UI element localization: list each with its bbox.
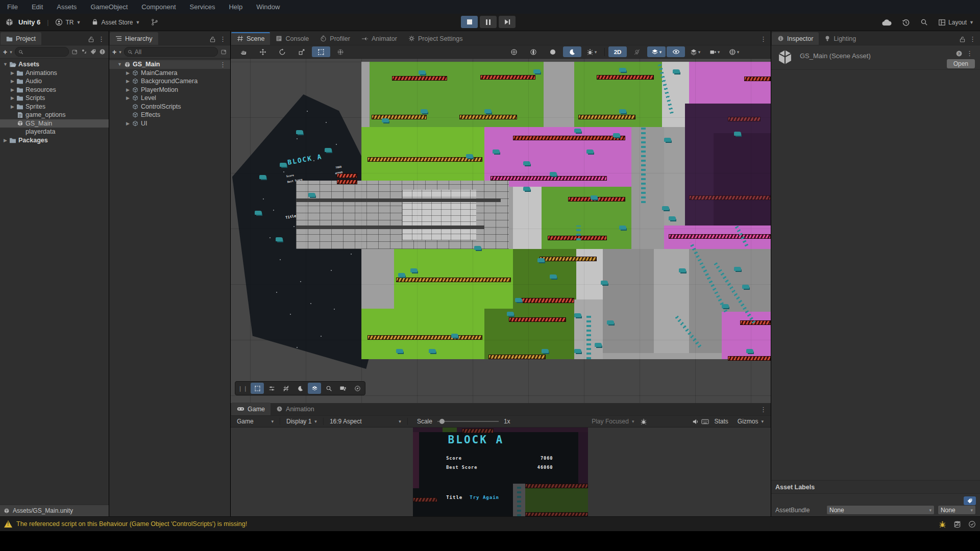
- overlay-camera-button[interactable]: [336, 383, 350, 394]
- tab-console[interactable]: Console: [270, 32, 314, 45]
- kebab-menu-icon[interactable]: ⋮: [760, 36, 767, 42]
- tree-item-game_options[interactable]: game_options: [0, 111, 109, 119]
- menu-item-component[interactable]: Component: [141, 3, 176, 11]
- tree-item-packages[interactable]: ▶Packages: [0, 136, 109, 145]
- hidden-count-icon[interactable]: [99, 48, 106, 55]
- hierarchy-search-input[interactable]: All: [124, 47, 218, 57]
- game-try-again-button[interactable]: Try Again: [470, 495, 499, 500]
- tree-item-scripts[interactable]: ▶Scripts: [0, 94, 109, 103]
- kebab-menu-icon[interactable]: ⋮: [760, 406, 767, 413]
- tree-item-sprites[interactable]: ▶Sprites: [0, 103, 109, 111]
- menu-item-gameobject[interactable]: GameObject: [90, 3, 128, 11]
- layout-dropdown[interactable]: Layout ▼: [938, 19, 974, 26]
- overlay-search-button[interactable]: [322, 383, 335, 394]
- project-search-input[interactable]: [15, 47, 69, 57]
- menu-item-file[interactable]: File: [7, 3, 18, 11]
- hierarchy-item-maincamera[interactable]: ▶MainCamera: [109, 69, 230, 78]
- overlay-orientation-button[interactable]: [351, 383, 364, 394]
- game-mode-dropdown[interactable]: Game▾: [233, 416, 278, 427]
- open-new-window-icon[interactable]: [220, 49, 227, 55]
- move-tool-button[interactable]: [254, 46, 272, 57]
- tab-profiler[interactable]: Profiler: [314, 32, 356, 45]
- version-control-icon[interactable]: [151, 18, 159, 26]
- transform-tool-button[interactable]: [331, 46, 350, 57]
- add-asset-button[interactable]: +: [3, 48, 7, 56]
- cache-server-icon[interactable]: [953, 520, 961, 528]
- lock-icon[interactable]: [960, 36, 965, 42]
- overlay-grid-button[interactable]: [279, 383, 292, 394]
- menu-item-services[interactable]: Services: [190, 3, 215, 11]
- gizmos-visibility-dropdown[interactable]: ▾: [725, 46, 743, 57]
- asset-label-tag-button[interactable]: [964, 496, 976, 505]
- play-button[interactable]: [461, 16, 478, 28]
- layers-dropdown[interactable]: ▾: [686, 46, 704, 57]
- overlay-tools-button[interactable]: [251, 383, 264, 394]
- tab-project[interactable]: Project: [1, 32, 41, 45]
- scene-view-eye-toggle[interactable]: [667, 46, 685, 57]
- tab-animator[interactable]: Animator: [356, 32, 403, 45]
- gizmos-dropdown[interactable]: Gizmos▾: [733, 416, 769, 427]
- scene-visibility-dropdown[interactable]: ▾: [647, 46, 666, 57]
- hierarchy-scene-root[interactable]: ▼GS_Main⋮: [109, 60, 230, 69]
- tree-item-assets[interactable]: ▼Assets: [0, 60, 109, 69]
- cloud-icon[interactable]: [882, 19, 892, 26]
- overlay-lighting-button[interactable]: [293, 383, 307, 394]
- kebab-menu-icon[interactable]: ⋮: [969, 36, 976, 42]
- shaded-wireframe-button[interactable]: [544, 46, 562, 57]
- play-focused-dropdown[interactable]: Play Focused▾: [587, 416, 638, 427]
- tab-scene[interactable]: Scene: [231, 32, 270, 45]
- create-object-button[interactable]: +: [112, 48, 116, 56]
- help-icon[interactable]: ?: [955, 50, 963, 57]
- tree-item-playerdata[interactable]: playerdata: [0, 128, 109, 136]
- mute-audio-icon[interactable]: [692, 418, 699, 425]
- shaded-mode-button[interactable]: [505, 46, 523, 57]
- tree-item-animations[interactable]: ▶Animations: [0, 69, 109, 78]
- tab-inspector[interactable]: Inspector: [772, 32, 819, 45]
- tab-game[interactable]: Game: [231, 403, 271, 415]
- wireframe-mode-button[interactable]: [524, 46, 543, 57]
- tree-item-gs_main[interactable]: GS_Main: [0, 119, 109, 128]
- open-scene-button[interactable]: Open: [947, 59, 975, 68]
- scene-viewport[interactable]: BLOCK A Score7060 Best Score46060 TitleT…: [231, 59, 771, 403]
- tab-project-settings[interactable]: Project Settings: [403, 32, 469, 45]
- step-button[interactable]: [499, 16, 516, 28]
- tab-lighting[interactable]: Lighting: [819, 32, 862, 45]
- kebab-menu-icon[interactable]: ⋮: [98, 36, 105, 42]
- stats-button[interactable]: Stats: [714, 418, 728, 425]
- history-icon[interactable]: [902, 18, 910, 27]
- open-new-window-icon[interactable]: [71, 49, 78, 55]
- hierarchy-item-controlscripts[interactable]: ControlScripts: [109, 103, 230, 111]
- menu-item-window[interactable]: Window: [256, 3, 280, 11]
- account-dropdown[interactable]: TR ▼: [55, 18, 81, 26]
- overlay-view-options-button[interactable]: [265, 383, 278, 394]
- kebab-menu-icon[interactable]: ⋮: [219, 61, 230, 68]
- debugger-bug-icon[interactable]: [939, 520, 946, 528]
- frame-debugger-icon[interactable]: [640, 418, 647, 425]
- lock-icon[interactable]: [210, 36, 215, 42]
- scale-tool-button[interactable]: [292, 46, 311, 57]
- hierarchy-item-level[interactable]: ▶Level: [109, 94, 230, 103]
- game-title-button[interactable]: Title: [446, 495, 462, 500]
- hierarchy-item-ui[interactable]: ▶UI: [109, 119, 230, 128]
- hierarchy-item-effects[interactable]: Effects: [109, 111, 230, 119]
- kebab-menu-icon[interactable]: ⋮: [966, 50, 973, 57]
- label-icon[interactable]: [90, 48, 96, 55]
- search-icon[interactable]: [920, 18, 928, 26]
- scene-effects-dropdown[interactable]: ▾: [582, 46, 601, 57]
- asset-store-dropdown[interactable]: Asset Store ▼: [91, 18, 140, 26]
- overlay-visibility-button[interactable]: [308, 383, 321, 394]
- assetbundle-dropdown[interactable]: None▾: [826, 505, 935, 515]
- tree-item-resources[interactable]: ▶Resources: [0, 86, 109, 94]
- hierarchy-item-playermotion[interactable]: ▶PlayerMotion: [109, 86, 230, 94]
- display-dropdown[interactable]: Display 1▾: [282, 416, 321, 427]
- scale-slider[interactable]: [437, 421, 499, 422]
- pause-button[interactable]: [480, 16, 497, 28]
- tab-animation[interactable]: Animation: [271, 403, 320, 415]
- search-by-type-icon[interactable]: [81, 48, 87, 55]
- pan-tool-button[interactable]: [234, 46, 253, 57]
- status-message[interactable]: The referenced script on this Behaviour …: [16, 520, 247, 528]
- rect-tool-button[interactable]: [312, 46, 330, 57]
- 2d-mode-toggle[interactable]: 2D: [608, 46, 627, 57]
- menu-item-assets[interactable]: Assets: [57, 3, 77, 11]
- hierarchy-item-backgroundcamera[interactable]: ▶BackgroundCamera: [109, 77, 230, 86]
